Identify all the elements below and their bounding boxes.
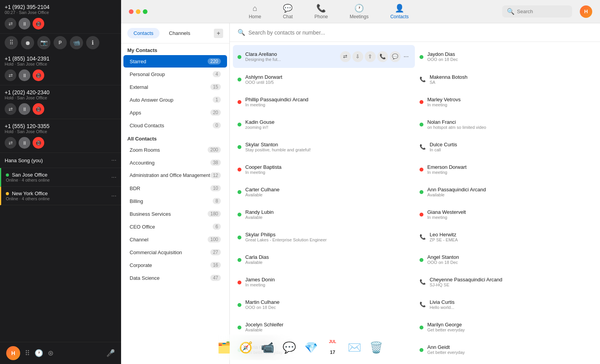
contact-item[interactable]: 📞 Dulce Curtis In call [415, 135, 597, 158]
call-pause-btn-1[interactable]: ⏸ [19, 18, 30, 29]
hold-btn[interactable]: ⇩ [352, 51, 363, 62]
contact-item[interactable]: Clara Arellano Designing the fut... ⇄ ⇩ … [233, 45, 415, 68]
contacts-search-input[interactable] [248, 29, 592, 36]
dock-mail[interactable]: ✉️ [345, 338, 364, 357]
call-pause-btn-2[interactable]: ⏸ [19, 69, 30, 81]
contact-item[interactable]: 📞 Livia Curtis Hello world... [415, 293, 597, 316]
call-hangup-btn-4[interactable]: 📵 [33, 137, 44, 149]
dock-sketch[interactable]: 💎 [302, 338, 320, 357]
contact-item[interactable]: Jaydon Dias OOO on 18 Dec [415, 45, 597, 68]
call-merge-btn-3[interactable]: ⇄ [5, 103, 16, 115]
dock-safari[interactable]: 🧭 [236, 338, 255, 357]
contact-item[interactable]: Ann Passaquindici Arcand Available [415, 180, 597, 203]
call-hangup-btn-3[interactable]: 📵 [33, 103, 44, 115]
maximize-button[interactable] [143, 9, 147, 14]
contact-item[interactable]: Kadin Gouse zooming in!! [233, 113, 415, 135]
sidebar-item-ceo-office[interactable]: CEO Office 6 [123, 220, 227, 233]
call-merge-btn-4[interactable]: ⇄ [5, 137, 16, 149]
san-jose-options-btn[interactable]: ··· [111, 174, 116, 181]
tab-home[interactable]: ⌂ Home [238, 1, 272, 23]
call-merge-btn-1[interactable]: ⇄ [5, 18, 16, 29]
sidebar-item-admin-office[interactable]: Administration and Office Management 12 [123, 169, 227, 182]
sidebar-item-external[interactable]: External 15 [123, 81, 227, 93]
sidebar-item-accounting[interactable]: Accounting 38 [123, 156, 227, 169]
call-hangup-btn-2[interactable]: 📵 [33, 69, 44, 81]
more-options-btn[interactable]: ··· [402, 53, 410, 60]
microphone-btn[interactable]: 🎤 [106, 349, 115, 357]
history-bottom-btn[interactable]: 🕐 [35, 349, 43, 357]
keypad-bottom-btn[interactable]: ⠿ [25, 349, 30, 357]
new-york-office-group[interactable]: New York Office Online · 4 others online… [0, 187, 121, 205]
contact-item[interactable]: Marilyn George Get better everyday [415, 316, 597, 338]
global-search-input[interactable] [517, 9, 564, 14]
contact-item[interactable]: Emerson Dorwart In meeting [415, 158, 597, 180]
user-profile-avatar[interactable]: H [580, 5, 592, 18]
dock-finder[interactable]: 🗂️ [215, 338, 233, 357]
contact-item[interactable]: Randy Lubin Available [233, 203, 415, 225]
contact-item[interactable]: Ann Geidt Get better everyday [415, 338, 597, 361]
contact-item[interactable]: Martin Culhane OOO on 18 Dec [233, 293, 415, 316]
record-btn[interactable]: ⏺ [21, 36, 34, 49]
transfer-btn[interactable]: ⇄ [340, 51, 351, 62]
sidebar-item-cloud[interactable]: Cloud Contacts 0 [123, 119, 227, 132]
contact-item[interactable]: James Donin In meeting [233, 271, 415, 293]
sidebar-item-corporate[interactable]: Corporate 16 [123, 259, 227, 271]
sidebar-item-billing[interactable]: Billing 8 [123, 195, 227, 207]
contact-item[interactable]: 📞 Leo Herwitz ZP SE - EMEA [415, 226, 597, 248]
tab-contacts[interactable]: 👤 Contacts [380, 0, 420, 23]
sidebar-item-auto-answer[interactable]: Auto Answer Group 1 [123, 94, 227, 106]
call-hangup-btn-1[interactable]: 📵 [33, 18, 44, 29]
dock-trash[interactable]: 🗑️ [367, 338, 385, 357]
dock-zoom[interactable]: 📹 [258, 338, 277, 357]
sidebar-item-bdr[interactable]: BDR 10 [123, 182, 227, 194]
sidebar-item-business-services[interactable]: Business Services 180 [123, 208, 227, 220]
sidebar-tab-channels[interactable]: Channels [163, 28, 196, 38]
video-btn[interactable]: 📷 [37, 36, 50, 49]
sidebar-item-starred[interactable]: Starred 220 [123, 55, 227, 68]
tab-phone[interactable]: 📞 Phone [303, 0, 339, 23]
contact-item[interactable]: Giana Westervelt In meeting [415, 203, 597, 225]
park-btn[interactable]: P [54, 36, 67, 49]
more-video-btn[interactable]: 📹 [70, 36, 83, 49]
contact-item[interactable]: Cooper Baptista In meeting [233, 158, 415, 180]
dock-messages[interactable]: 💬 [280, 338, 298, 357]
global-search-bar[interactable]: 🔍 [502, 5, 572, 17]
sidebar-item-channel[interactable]: Channel 100 [123, 233, 227, 246]
call-merge-btn-2[interactable]: ⇄ [5, 69, 16, 81]
contact-item[interactable]: Carla Dias Available [233, 248, 415, 271]
info-btn[interactable]: ℹ [86, 36, 99, 49]
more-phone-btn[interactable]: ⇧ [365, 51, 376, 62]
voicemail-bottom-btn[interactable]: ⊛ [48, 349, 54, 357]
contact-item[interactable]: Skylar Stanton Stay positive, humble and… [233, 135, 415, 158]
user-options-btn[interactable]: ··· [111, 157, 116, 164]
contact-item[interactable]: Marley Vetrovs In meeting [415, 90, 597, 113]
contact-item[interactable]: Angel Stanton OOO on 18 Dec [415, 248, 597, 271]
call-pause-btn-3[interactable]: ⏸ [19, 103, 30, 115]
sidebar-tab-contacts[interactable]: Contacts [127, 28, 160, 38]
sidebar-item-commercial[interactable]: Commercial Acquisition 27 [123, 246, 227, 258]
sidebar-item-zoom-rooms[interactable]: Zoom Rooms 200 [123, 144, 227, 156]
chat-btn[interactable]: 💬 [390, 51, 401, 62]
contact-item[interactable]: 📞 Makenna Botosh SA [415, 68, 597, 90]
contact-item[interactable]: Skylar Philips Great Lakes - Enterprise … [233, 226, 415, 248]
minimize-button[interactable] [136, 9, 140, 14]
tab-meetings[interactable]: 🕐 Meetings [339, 0, 380, 23]
dock-calendar[interactable]: 17 JUL [323, 338, 342, 357]
new-york-options-btn[interactable]: ··· [111, 192, 116, 199]
sidebar-item-apps[interactable]: Apps 20 [123, 106, 227, 119]
tab-chat[interactable]: 💬 Chat [272, 0, 303, 23]
call-btn[interactable]: 📞 [377, 51, 388, 62]
contact-item[interactable]: Carter Culhane Available [233, 180, 415, 203]
keypad-btn[interactable]: ⠿ [5, 36, 18, 49]
close-button[interactable] [129, 9, 134, 14]
contact-item[interactable]: Nolan Franci on hotspot atm so limited v… [415, 113, 597, 135]
contact-item[interactable]: 📞 Cheyenne Passaquindici Arcand SJ-HQ SE [415, 271, 597, 293]
call-pause-btn-4[interactable]: ⏸ [19, 137, 30, 149]
sidebar-add-btn[interactable]: + [214, 29, 223, 38]
contact-item[interactable]: Ashlynn Dorwart OOO until 10/5 [233, 68, 415, 90]
san-jose-office-group[interactable]: San Jose Office Online · 4 others online… [0, 168, 121, 187]
contact-item[interactable]: Phillip Passaquindici Arcand In meeting [233, 90, 415, 113]
sidebar-item-data-science[interactable]: Data Science 47 [123, 272, 227, 284]
sidebar-item-personal[interactable]: Personal Group 4 [123, 68, 227, 80]
contacts-search-bar[interactable]: 🔍 [230, 23, 600, 42]
